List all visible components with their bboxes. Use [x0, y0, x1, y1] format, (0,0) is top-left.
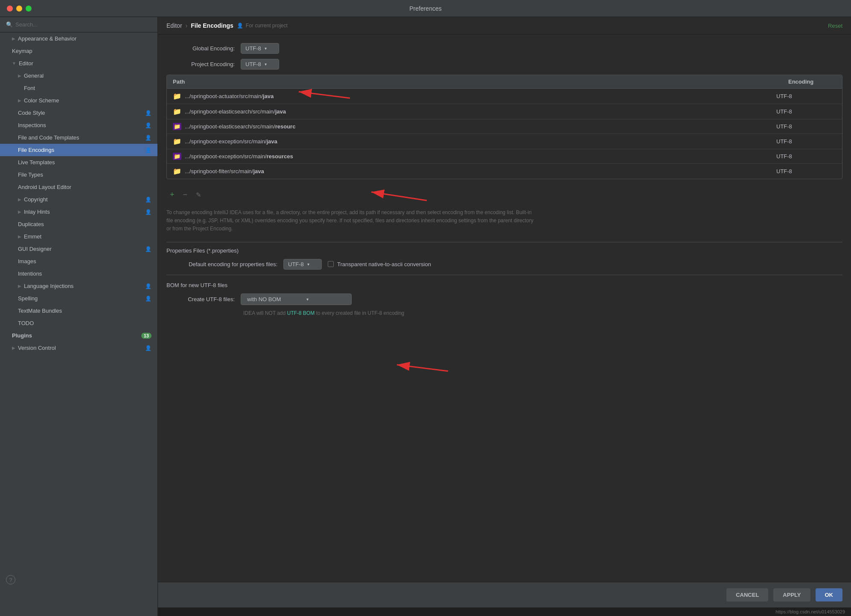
sidebar-item-label: Keymap [12, 48, 32, 54]
sidebar-item-inspections[interactable]: Inspections 👤 [0, 119, 157, 131]
sidebar-item-label: File and Code Templates [18, 134, 79, 141]
sidebar-item-file-encodings[interactable]: File Encodings 👤 [0, 144, 157, 156]
titlebar: Preferences [0, 0, 851, 17]
project-icon: 👤 [145, 110, 152, 116]
project-encoding-dropdown[interactable]: UTF-8 ▾ [241, 59, 279, 70]
project-icon: 👤 [145, 246, 152, 252]
folder-resources-icon: 📁 [173, 123, 181, 130]
create-utf8-dropdown[interactable]: with NO BOM ▾ [241, 293, 352, 305]
sidebar-item-language-injections[interactable]: ▶ Language Injections 👤 [0, 280, 157, 292]
project-icon: 👤 [145, 283, 152, 289]
table-row[interactable]: 📁 .../springboot-filter/src/main/java UT… [167, 164, 842, 179]
sidebar-item-general[interactable]: ▶ General [0, 70, 157, 82]
sidebar-item-images[interactable]: Images [0, 255, 157, 267]
sidebar-item-version-control[interactable]: ▶ Version Control 👤 [0, 342, 157, 354]
breadcrumb-separator: › [186, 22, 188, 29]
folder-icon: 📁 [173, 167, 181, 175]
apply-button[interactable]: APPLY [773, 588, 810, 601]
chevron-down-icon: ▼ [12, 61, 16, 66]
table-row[interactable]: 📁 .../springboot-actuator/src/main/java … [167, 89, 842, 104]
bottom-area: CANCEL APPLY OK https://blog.csdn.net/u0… [158, 582, 851, 616]
sidebar-item-android-layout-editor[interactable]: Android Layout Editor [0, 181, 157, 193]
project-encoding-row: Project Encoding: UTF-8 ▾ [166, 59, 842, 70]
sidebar-item-appearance[interactable]: ▶ Appearance & Behavior [0, 32, 157, 45]
sidebar-item-copyright[interactable]: ▶ Copyright 👤 [0, 193, 157, 206]
sidebar-item-file-types[interactable]: File Types [0, 169, 157, 181]
dropdown-arrow-icon: ▾ [265, 62, 267, 67]
project-icon: 👤 [145, 122, 152, 128]
chevron-right-icon: ▶ [12, 36, 15, 41]
create-utf8-value: with NO BOM [247, 296, 281, 302]
sidebar-item-color-scheme[interactable]: ▶ Color Scheme [0, 94, 157, 107]
path-text: .../springboot-elasticsearch/src/main/ja… [185, 108, 286, 115]
sidebar-item-label: Editor [19, 60, 33, 67]
sidebar-item-label: Android Layout Editor [18, 184, 71, 190]
breadcrumb-parent: Editor [166, 22, 182, 29]
project-icon: 👤 [237, 23, 243, 29]
breadcrumb: Editor › File Encodings 👤 For current pr… [166, 22, 288, 29]
add-encoding-button[interactable]: + [168, 189, 176, 200]
sidebar-item-label: Code Style [18, 110, 45, 116]
reset-link[interactable]: Reset [828, 23, 842, 29]
sidebar-item-file-and-code-templates[interactable]: File and Code Templates 👤 [0, 131, 157, 144]
table-header: Path Encoding [167, 75, 842, 89]
minimize-button[interactable] [16, 6, 22, 12]
global-encoding-label: Global Encoding: [166, 45, 235, 52]
sidebar-item-label: Spelling [18, 295, 38, 302]
edit-encoding-button[interactable]: ✎ [194, 190, 203, 200]
sidebar-item-intentions[interactable]: Intentions [0, 267, 157, 280]
properties-encoding-row: Default encoding for properties files: U… [166, 259, 842, 270]
encoding-value: UTF-8 [776, 138, 836, 145]
table-header-path: Path [167, 75, 782, 88]
folder-icon: 📁 [173, 137, 181, 145]
close-button[interactable] [7, 6, 13, 12]
maximize-button[interactable] [26, 6, 32, 12]
project-icon: 👤 [145, 296, 152, 302]
sidebar-item-label: General [24, 73, 44, 79]
table-row[interactable]: 📁 .../springboot-elasticsearch/src/main/… [167, 119, 842, 134]
folder-icon: 📁 [173, 92, 181, 100]
sidebar-item-duplicates[interactable]: Duplicates [0, 218, 157, 230]
transparent-checkbox[interactable] [328, 261, 334, 267]
bom-note-link: UTF-8 BOM [287, 310, 315, 316]
transparent-checkbox-label[interactable]: Transparent native-to-ascii conversion [328, 261, 431, 267]
sidebar-item-todo[interactable]: TODO [0, 317, 157, 329]
table-row[interactable]: 📁 .../springboot-elasticsearch/src/main/… [167, 104, 842, 119]
search-input-wrapper[interactable]: 🔍 Search... [6, 21, 152, 28]
global-encoding-dropdown[interactable]: UTF-8 ▾ [241, 43, 279, 54]
table-row[interactable]: 📁 .../springboot-exception/src/main/java… [167, 134, 842, 149]
sidebar-item-spelling[interactable]: Spelling 👤 [0, 292, 157, 305]
cancel-button[interactable]: CANCEL [726, 588, 768, 601]
sidebar-item-font[interactable]: Font [0, 82, 157, 94]
content-header: Editor › File Encodings 👤 For current pr… [158, 17, 851, 35]
dropdown-arrow-icon: ▾ [265, 46, 267, 51]
sidebar-item-inlay-hints[interactable]: ▶ Inlay Hints 👤 [0, 206, 157, 218]
table-header-encoding: Encoding [782, 75, 842, 88]
ok-button[interactable]: OK [816, 588, 843, 601]
project-icon: 👤 [145, 345, 152, 351]
transparent-label-text: Transparent native-to-ascii conversion [337, 261, 431, 267]
url-bar: https://blog.csdn.net/u014553029 [158, 607, 851, 616]
sidebar-item-label: Duplicates [18, 221, 44, 227]
path-text: .../springboot-filter/src/main/java [185, 168, 264, 174]
chevron-right-icon: ▶ [12, 346, 15, 350]
sidebar-item-label: Color Scheme [24, 97, 59, 104]
bom-section-title: BOM for new UTF-8 files [166, 282, 842, 288]
sidebar-item-gui-designer[interactable]: GUI Designer 👤 [0, 243, 157, 255]
sidebar-item-emmet[interactable]: ▶ Emmet [0, 230, 157, 243]
remove-encoding-button[interactable]: − [181, 189, 189, 200]
properties-encoding-value: UTF-8 [288, 261, 304, 267]
sidebar-item-code-style[interactable]: Code Style 👤 [0, 107, 157, 119]
sidebar-item-plugins[interactable]: Plugins 13 [0, 329, 157, 342]
sidebar-item-textmate-bundles[interactable]: TextMate Bundles [0, 305, 157, 317]
sidebar-item-label: File Encodings [18, 147, 54, 153]
properties-encoding-dropdown[interactable]: UTF-8 ▾ [283, 259, 322, 270]
sidebar-item-editor[interactable]: ▼ Editor [0, 57, 157, 70]
help-button[interactable]: ? [6, 575, 15, 584]
table-row[interactable]: 📁 .../springboot-exception/src/main/reso… [167, 149, 842, 164]
sidebar-item-live-templates[interactable]: Live Templates [0, 156, 157, 169]
dropdown-arrow-icon: ▾ [306, 297, 309, 302]
sidebar-item-keymap[interactable]: Keymap [0, 45, 157, 57]
content-area: Editor › File Encodings 👤 For current pr… [158, 17, 851, 616]
window-title: Preferences [409, 5, 441, 12]
